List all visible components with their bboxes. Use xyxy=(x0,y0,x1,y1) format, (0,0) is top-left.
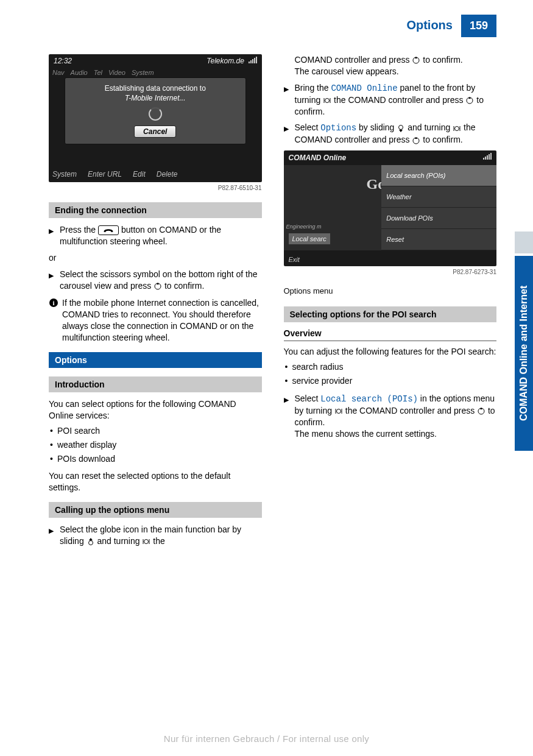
svg-point-11 xyxy=(336,409,341,414)
svg-text:i: i xyxy=(52,299,54,306)
header-title: Options xyxy=(406,15,461,37)
figure-options-menu: COMAND Online Go Engineering m Local sea… xyxy=(284,150,497,266)
right-column: COMAND controller and press to confirm. … xyxy=(284,54,497,552)
google-logo-fragment: Go xyxy=(367,176,382,193)
options-item-weather[interactable]: Weather xyxy=(381,186,496,208)
heading-ending-connection: Ending the connection xyxy=(49,202,262,218)
press-icon xyxy=(477,407,485,415)
slide-up-icon xyxy=(86,537,95,546)
menubar-item: Video xyxy=(108,69,125,76)
menubar-item: Nav xyxy=(52,69,65,76)
options-item-reset[interactable]: Reset xyxy=(381,229,496,250)
side-tab: COMAND Online and Internet xyxy=(515,256,533,451)
list-item: weather display xyxy=(49,439,262,451)
svg-point-6 xyxy=(325,98,330,102)
options-item-local-search[interactable]: Local search (POIs) xyxy=(381,165,496,186)
step-press-hangup: Press the button on COMAND or the multif… xyxy=(49,224,262,247)
fig2-right-pane: Local search (POIs) Weather Download POI… xyxy=(381,165,496,250)
heading-options: Options xyxy=(49,352,262,368)
list-item: POI search xyxy=(49,425,262,437)
step-select-options: Select Options by sliding and turning th… xyxy=(284,122,497,146)
code-text: Local search (POIs) xyxy=(320,394,418,404)
side-tab-spacer xyxy=(515,231,533,253)
fig2-left-small: Engineering m xyxy=(286,224,322,230)
options-item-download-pois[interactable]: Download POIs xyxy=(381,208,496,229)
figure1-ref: P82.87-6510-31 xyxy=(49,185,262,191)
triangle-icon xyxy=(49,524,60,547)
menubar-item: System xyxy=(132,69,154,76)
code-text: COMAND Online xyxy=(331,83,397,93)
list-item: search radius xyxy=(284,361,497,373)
step-text: the COMAND controller and press xyxy=(345,406,477,415)
fig2-title: COMAND Online xyxy=(289,154,347,162)
step-text: to confirm. xyxy=(164,281,204,291)
page-number: 159 xyxy=(461,15,496,37)
triangle-icon xyxy=(284,393,295,440)
svg-point-9 xyxy=(455,126,459,130)
bottombar-item: Delete xyxy=(157,170,178,178)
svg-point-8 xyxy=(399,125,403,129)
fig1-bottombar: System Enter URL Edit Delete xyxy=(49,166,262,182)
status-time: 12:32 xyxy=(54,57,72,65)
fig2-exit[interactable]: Exit xyxy=(284,253,305,266)
figure2-caption: Options menu xyxy=(284,286,497,295)
step-text: to confirm. xyxy=(423,135,462,144)
step-text: Select xyxy=(295,122,321,132)
step-text: to confirm. xyxy=(423,55,462,65)
step-select-scissors: Select the scissors symbol on the bottom… xyxy=(49,269,262,292)
heading-selecting-poi-options: Selecting options for the POI search xyxy=(284,306,497,322)
bottombar-item: Edit xyxy=(133,170,146,178)
info-icon: i xyxy=(49,297,62,344)
subheading-overview: Overview xyxy=(284,328,497,341)
turn-icon xyxy=(323,96,331,105)
intro-list: POI search weather display POIs download xyxy=(49,425,262,465)
step-text: and turning xyxy=(97,536,142,546)
info-note: i If the mobile phone Internet connectio… xyxy=(49,297,262,344)
turn-icon xyxy=(453,124,461,133)
press-icon xyxy=(412,136,420,145)
fig2-left-label: Local searc xyxy=(289,233,330,244)
slide-down-icon xyxy=(397,124,405,133)
overview-list: search radius service provider xyxy=(284,361,497,387)
watermark: Nur für internen Gebrauch / For internal… xyxy=(0,733,533,744)
heading-introduction: Introduction xyxy=(49,376,262,392)
figure2-ref: P82.87-6273-31 xyxy=(284,269,497,275)
signal-icon xyxy=(483,154,492,160)
menubar-item: Audio xyxy=(71,69,88,76)
left-column: 12:32 Telekom.de Nav Audio Tel Video Sys… xyxy=(49,54,262,552)
fig1-dialog: Establishing data connection to T-Mobile… xyxy=(65,77,246,144)
press-icon xyxy=(154,282,162,291)
info-text: If the mobile phone Internet connection … xyxy=(62,297,262,344)
fig1-menubar: Nav Audio Tel Video System xyxy=(49,68,262,77)
heading-calling-options-menu: Calling up the options menu xyxy=(49,502,262,518)
dialog-line1: Establishing data connection to xyxy=(71,84,239,93)
step-continuation: COMAND controller and press to confirm. … xyxy=(284,54,497,77)
step-text: Bring the xyxy=(295,83,331,93)
press-icon xyxy=(465,96,474,105)
or-separator: or xyxy=(49,252,262,264)
step-text: The carousel view appears. xyxy=(295,66,399,76)
page-header: Options 159 xyxy=(49,15,496,37)
figure-establishing-connection: 12:32 Telekom.de Nav Audio Tel Video Sys… xyxy=(49,54,262,182)
step-text: COMAND controller and press xyxy=(295,55,412,65)
menubar-item: Tel xyxy=(94,69,102,76)
triangle-icon xyxy=(284,82,295,118)
list-item: service provider xyxy=(284,375,497,387)
signal-icon xyxy=(249,57,257,63)
step-text: by sliding xyxy=(359,122,397,132)
step-text: and turning xyxy=(408,122,453,132)
intro-paragraph-2: You can reset the selected options to th… xyxy=(49,470,262,493)
svg-point-4 xyxy=(144,540,149,544)
press-icon xyxy=(412,56,420,65)
triangle-icon xyxy=(49,269,60,292)
step-text: The menu shows the current settings. xyxy=(295,429,437,439)
step-bring-comand-online: Bring the COMAND Online panel to the fro… xyxy=(284,82,497,118)
step-text: the xyxy=(153,536,164,546)
dialog-line2: T-Mobile Internet... xyxy=(71,94,239,102)
hangup-button-icon xyxy=(98,225,119,235)
intro-paragraph: You can select options for the following… xyxy=(49,398,262,422)
code-text: Options xyxy=(320,123,356,133)
cancel-button[interactable]: Cancel xyxy=(134,125,176,138)
turn-icon xyxy=(334,407,343,415)
bottombar-item: System xyxy=(52,170,77,178)
